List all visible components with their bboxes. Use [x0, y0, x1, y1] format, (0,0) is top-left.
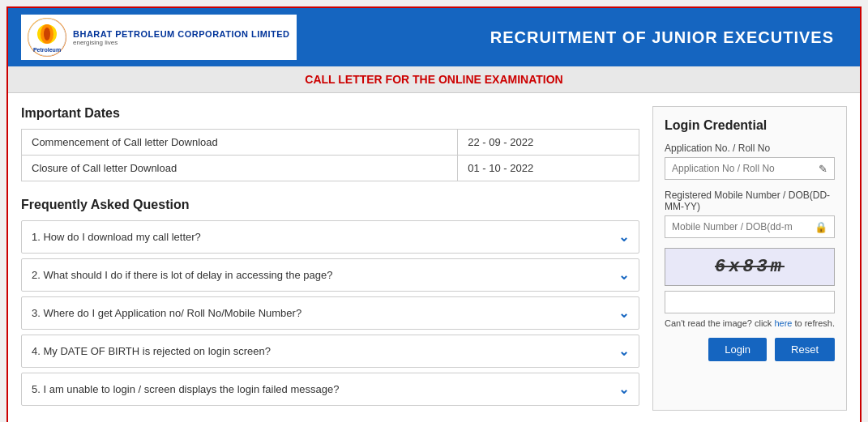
dates-table: Commencement of Call letter Download 22 …: [21, 129, 639, 181]
chevron-down-icon-4: ⌄: [618, 343, 629, 359]
chevron-down-icon-1: ⌄: [618, 229, 629, 245]
captcha-image: 6x83m: [665, 248, 835, 286]
faq-item-1[interactable]: 1. How do I download my call letter? ⌄: [21, 220, 639, 254]
logo-text: BHARAT PETROLEUM CORPORATION LIMITED ene…: [73, 29, 290, 46]
header: Petroleum BHARAT PETROLEUM CORPORATION L…: [8, 8, 860, 66]
login-panel: Login Credential Application No. / Roll …: [652, 106, 847, 411]
login-button[interactable]: Login: [708, 338, 767, 361]
logo-icon: Petroleum: [28, 18, 66, 57]
sub-header: CALL LETTER FOR THE ONLINE EXAMINATION: [8, 66, 860, 93]
app-no-input-wrap: ✎: [665, 157, 835, 180]
faq-list: 1. How do I download my call letter? ⌄ 2…: [21, 220, 639, 406]
captcha-input[interactable]: [665, 292, 834, 313]
faq-question-5: 5. I am unable to login / screen display…: [32, 383, 339, 395]
app-no-input[interactable]: [665, 158, 812, 179]
chevron-down-icon-2: ⌄: [618, 267, 629, 283]
svg-text:Petroleum: Petroleum: [33, 47, 61, 53]
faq-item-3[interactable]: 3. Where do I get Application no/ Roll N…: [21, 296, 639, 330]
faq-question-1: 1. How do I download my call letter?: [32, 231, 201, 243]
faq-item-5[interactable]: 5. I am unable to login / screen display…: [21, 373, 639, 406]
captcha-input-wrap: [665, 291, 835, 313]
mobile-label: Registered Mobile Number / DOB(DD-MM-YY): [665, 190, 835, 212]
main-content: Important Dates Commencement of Call let…: [8, 93, 860, 422]
date-value-1: 22 - 09 - 2022: [458, 130, 639, 156]
faq-title: Frequently Asked Question: [21, 198, 639, 212]
reset-button[interactable]: Reset: [775, 338, 835, 361]
captcha-refresh-text: Can't read the image? click here to refr…: [665, 318, 835, 328]
company-name: BHARAT PETROLEUM CORPORATION LIMITED: [73, 29, 290, 39]
tagline: energising lives: [73, 39, 290, 46]
mobile-input[interactable]: [665, 216, 808, 237]
edit-icon: ✎: [812, 160, 834, 178]
login-buttons: Login Reset: [665, 338, 835, 361]
faq-question-3: 3. Where do I get Application no/ Roll N…: [32, 307, 301, 319]
chevron-down-icon-5: ⌄: [618, 382, 629, 397]
logo-block: Petroleum BHARAT PETROLEUM CORPORATION L…: [21, 15, 297, 60]
mobile-input-wrap: 🔒: [665, 215, 835, 238]
lock-icon: 🔒: [808, 218, 834, 237]
faq-item-2[interactable]: 2. What should I do if there is lot of d…: [21, 258, 639, 292]
date-value-2: 01 - 10 - 2022: [458, 156, 639, 181]
date-label-1: Commencement of Call letter Download: [22, 130, 458, 156]
login-title: Login Credential: [665, 118, 835, 133]
page-container: Petroleum BHARAT PETROLEUM CORPORATION L…: [6, 6, 862, 422]
table-row: Commencement of Call letter Download 22 …: [22, 130, 639, 156]
svg-point-3: [44, 28, 50, 40]
page-title: RECRUITMENT OF JUNIOR EXECUTIVES: [297, 28, 847, 47]
important-dates-title: Important Dates: [21, 106, 639, 121]
left-panel: Important Dates Commencement of Call let…: [21, 106, 639, 411]
app-no-label: Application No. / Roll No: [665, 143, 835, 154]
date-label-2: Closure of Call letter Download: [22, 156, 458, 181]
faq-question-4: 4. My DATE OF BIRTH is rejected on login…: [32, 345, 271, 357]
chevron-down-icon-3: ⌄: [618, 305, 629, 321]
faq-item-4[interactable]: 4. My DATE OF BIRTH is rejected on login…: [21, 335, 639, 368]
captcha-refresh-link[interactable]: here: [774, 318, 792, 328]
table-row: Closure of Call letter Download 01 - 10 …: [22, 156, 639, 181]
faq-question-2: 2. What should I do if there is lot of d…: [32, 269, 332, 281]
